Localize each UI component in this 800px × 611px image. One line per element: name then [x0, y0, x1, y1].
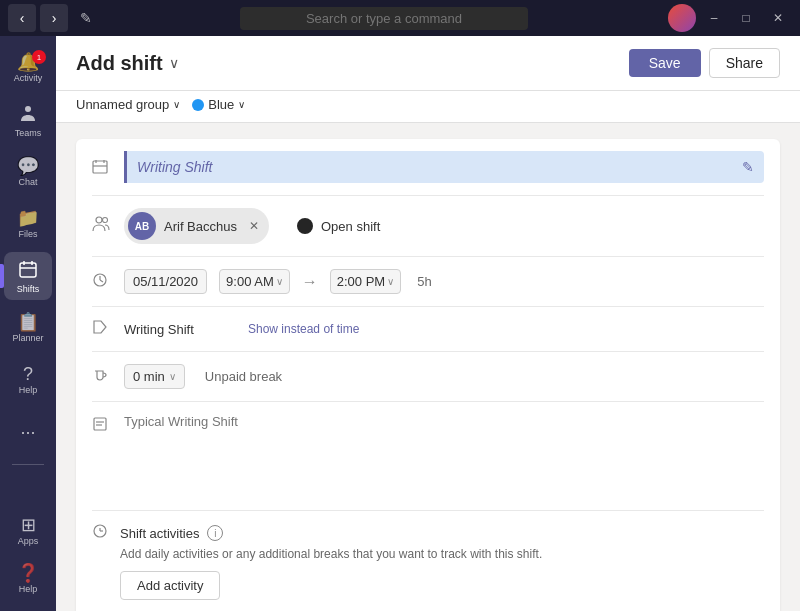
svg-point-9: [96, 217, 102, 223]
time-separator-arrow: →: [302, 273, 318, 291]
svg-rect-1: [20, 263, 36, 277]
activity-badge: 1: [32, 50, 46, 64]
end-time-arrow: ∨: [387, 276, 394, 287]
sidebar-label-shifts: Shifts: [17, 284, 40, 294]
color-name: Blue: [208, 97, 234, 112]
svg-rect-5: [93, 161, 107, 173]
sidebar: 🔔 1 Activity Teams 💬 Chat 📁 Files: [0, 36, 56, 611]
color-selector[interactable]: Blue ∨: [192, 97, 245, 112]
minimize-button[interactable]: –: [700, 4, 728, 32]
break-type-text: Unpaid break: [205, 369, 282, 384]
person-chip: AB Arif Bacchus ✕: [124, 208, 269, 244]
shift-title-input[interactable]: Writing Shift ✎: [124, 151, 764, 183]
shift-title-row: Writing Shift ✎: [92, 139, 764, 196]
group-selector[interactable]: Unnamed group ∨: [76, 97, 180, 112]
titlebar-left: ‹ › ✎: [8, 4, 100, 32]
svg-point-0: [25, 106, 31, 112]
person-remove-button[interactable]: ✕: [249, 219, 259, 233]
svg-rect-14: [94, 418, 106, 430]
sidebar-item-activity[interactable]: 🔔 1 Activity: [4, 44, 52, 92]
notes-content: [124, 414, 764, 498]
header-actions: Save Share: [629, 48, 780, 78]
sidebar-bottom: ⊞ Apps ❓ Help: [4, 507, 52, 603]
back-button[interactable]: ‹: [8, 4, 36, 32]
break-row: 0 min ∨ Unpaid break: [92, 352, 764, 402]
sidebar-label-files: Files: [18, 229, 37, 239]
edit-button[interactable]: ✎: [72, 4, 100, 32]
content: Add shift ∨ Save Share Unnamed group ∨ B…: [56, 36, 800, 611]
shift-title-edit-icon[interactable]: ✎: [742, 159, 754, 175]
app-body: 🔔 1 Activity Teams 💬 Chat 📁 Files: [0, 36, 800, 611]
chat-icon: 💬: [17, 157, 39, 175]
teams-icon: [18, 103, 38, 126]
duration-text: 5h: [417, 274, 431, 289]
group-chevron-icon: ∨: [173, 99, 180, 110]
sidebar-item-help[interactable]: ? Help: [4, 356, 52, 404]
titlebar: ‹ › ✎ – □ ✕: [0, 0, 800, 36]
break-row-icon: [92, 367, 112, 387]
color-chevron-icon: ∨: [238, 99, 245, 110]
page-header-left: Add shift ∨: [76, 52, 179, 75]
break-duration-select[interactable]: 0 min ∨: [124, 364, 185, 389]
sidebar-item-chat[interactable]: 💬 Chat: [4, 148, 52, 196]
break-dropdown-arrow: ∨: [169, 371, 176, 382]
sidebar-label-teams: Teams: [15, 128, 42, 138]
sidebar-item-planner[interactable]: 📋 Planner: [4, 304, 52, 352]
sidebar-item-more[interactable]: ···: [4, 408, 52, 456]
avatar: [668, 4, 696, 32]
help2-icon: ❓: [17, 564, 39, 582]
planner-icon: 📋: [17, 313, 39, 331]
end-time-field[interactable]: 2:00 PM ∨: [330, 269, 401, 294]
sidebar-label-chat: Chat: [18, 177, 37, 187]
label-row: Writing Shift Show instead of time: [92, 307, 764, 352]
shift-title-icon: [92, 151, 112, 183]
forward-button[interactable]: ›: [40, 4, 68, 32]
activities-desc: Add daily activities or any additional b…: [120, 547, 764, 561]
sidebar-label-planner: Planner: [12, 333, 43, 343]
break-duration-value: 0 min: [133, 369, 165, 384]
sidebar-item-apps[interactable]: ⊞ Apps: [4, 507, 52, 555]
date-field[interactable]: 05/11/2020: [124, 269, 207, 294]
search-input[interactable]: [240, 7, 528, 30]
close-button[interactable]: ✕: [764, 4, 792, 32]
add-activity-button[interactable]: Add activity: [120, 571, 220, 600]
label-row-icon: [92, 319, 112, 339]
group-name: Unnamed group: [76, 97, 169, 112]
person-row: AB Arif Bacchus ✕ Open shift: [92, 196, 764, 257]
sidebar-divider: [12, 464, 44, 465]
notes-icon: [92, 416, 112, 436]
shifts-icon: [18, 259, 38, 282]
notes-textarea[interactable]: [124, 414, 764, 494]
sidebar-label-help: Help: [19, 385, 38, 395]
open-shift-label: Open shift: [321, 219, 380, 234]
page-title-dropdown[interactable]: ∨: [169, 55, 179, 71]
activities-info-icon[interactable]: i: [207, 525, 223, 541]
more-icon: ···: [20, 423, 35, 441]
open-shift-area: Open shift: [297, 218, 380, 234]
form-card: Writing Shift ✎ AB: [76, 139, 780, 611]
start-time-field[interactable]: 9:00 AM ∨: [219, 269, 290, 294]
open-shift-dot: [297, 218, 313, 234]
share-button[interactable]: Share: [709, 48, 780, 78]
subheader: Unnamed group ∨ Blue ∨: [56, 91, 800, 123]
sidebar-item-help2[interactable]: ❓ Help: [4, 555, 52, 603]
save-button[interactable]: Save: [629, 49, 701, 77]
sidebar-label-apps: Apps: [18, 536, 39, 546]
person-name: Arif Bacchus: [164, 219, 237, 234]
sidebar-label-activity: Activity: [14, 73, 43, 83]
sidebar-item-files[interactable]: 📁 Files: [4, 200, 52, 248]
notes-row: [92, 402, 764, 511]
sidebar-item-teams[interactable]: Teams: [4, 96, 52, 144]
activities-icon: [92, 523, 112, 543]
page-header: Add shift ∨ Save Share: [56, 36, 800, 91]
help-icon: ?: [23, 365, 33, 383]
files-icon: 📁: [17, 209, 39, 227]
time-row: 05/11/2020 9:00 AM ∨ → 2:00 PM ∨ 5h: [92, 257, 764, 307]
activities-title: Shift activities: [120, 526, 199, 541]
page-title-dropdown-arrow: ∨: [169, 55, 179, 71]
shift-title-text: Writing Shift: [137, 159, 212, 175]
maximize-button[interactable]: □: [732, 4, 760, 32]
show-instead-label[interactable]: Show instead of time: [248, 322, 359, 336]
shift-label-text: Writing Shift: [124, 322, 224, 337]
sidebar-item-shifts[interactable]: Shifts: [4, 252, 52, 300]
